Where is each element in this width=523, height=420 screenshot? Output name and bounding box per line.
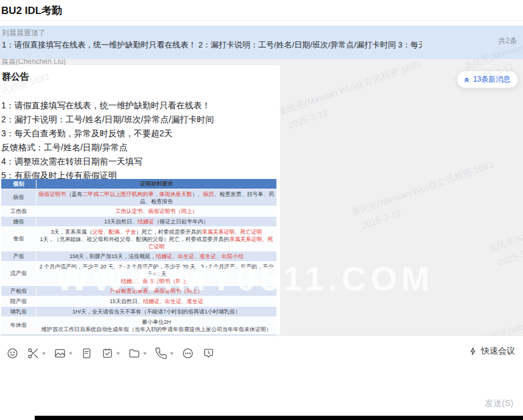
notice-line: 4：调整班次需在转班日期前一天填写 xyxy=(1,155,276,169)
file-button[interactable] xyxy=(80,347,93,360)
message-bubble[interactable]: 群公告 1：请假直接填写在线表，统一维护缺勤时只看在线表！2：漏打卡说明：工号/… xyxy=(0,65,280,335)
leave-table-image[interactable]: 假别证明材料要求病假病假证明书（盖有二甲或二甲以上医疗机构的章，体现休息天数）、… xyxy=(1,179,276,335)
pinned-count: 共2条 xyxy=(498,36,517,46)
file-icon xyxy=(80,347,93,360)
notice-line: 3：每天自查考勤，异常及时反馈，不要超2天 xyxy=(1,127,276,141)
notice-line: 反馈格式：工号/姓名/日期/异常点 xyxy=(1,141,276,155)
leave-table-row: 病假病假证明书（盖有二甲或二甲以上医疗机构的章，体现休息天数）、病历、检查发票、… xyxy=(1,189,276,206)
leave-table-header: 假别证明材料要求 xyxy=(1,179,276,189)
group-notice-body: 1：请假直接填写在线表，统一维护缺勤时只看在线表！2：漏打卡说明：工号/姓名/日… xyxy=(1,99,276,183)
caret-down-icon[interactable] xyxy=(143,352,147,355)
quick-meeting-button[interactable]: 快速会议 xyxy=(468,346,515,357)
titlebar: BU2 IDL考勤 xyxy=(0,0,523,21)
leave-table-row: 产假158天，剖腹产加15天，法假顺延，结婚证、出生证、准生证、出院小结 xyxy=(1,251,276,261)
message-input-area[interactable]: 发送(S) xyxy=(0,365,523,420)
todo-check-icon xyxy=(101,347,114,360)
wecom-chat-window: BU2 IDL考勤 刘晨晨置顶了 1：请假直接填写在线表，统一维护缺勤时只看在线… xyxy=(0,0,523,420)
screenshot-button[interactable] xyxy=(27,347,46,360)
caret-down-icon[interactable] xyxy=(69,352,72,355)
caret-down-icon[interactable] xyxy=(170,352,174,355)
notice-line: 2：漏打卡说明：工号/姓名/日期/班次/异常点/漏打卡时间 xyxy=(1,113,276,127)
caret-down-icon[interactable] xyxy=(42,352,46,355)
image-icon xyxy=(54,347,66,360)
leave-table-row: 流产假2 个月内流产的，不少于 20 天、2 - 3 个月流产的，不少于 30 … xyxy=(1,261,276,285)
call-button[interactable] xyxy=(155,347,174,360)
folder-icon xyxy=(128,347,141,360)
notice-line: 1：请假直接填写在线表，统一维护缺勤时只看在线表！ xyxy=(1,99,276,113)
new-messages-label: 13条新消息 xyxy=(473,74,510,85)
leave-table-row: 工伤假工伤认定书、病假证明书（同上） xyxy=(1,206,276,216)
quick-meeting-label: 快速会议 xyxy=(481,346,515,357)
more-button[interactable] xyxy=(181,347,194,360)
chat-title: BU2 IDL考勤 xyxy=(1,4,62,18)
more-ellipsis-icon xyxy=(181,347,194,360)
pinned-message-preview: 1：请假直接填写在线表，统一维护缺勤时只看在线表！ 2：漏打卡说明：工号/姓名/… xyxy=(2,40,422,51)
chat-history-icon xyxy=(202,347,215,360)
caret-down-icon[interactable] xyxy=(116,352,120,355)
leave-table-row: 年休假最小单位2H维护首次工作日后系统自动生成年假（当年入职的申请年假需提供上家… xyxy=(1,317,276,334)
leave-table-row: 哺乳假1H/天，全天请假当天不享有（不能请7小时别的假再请1小时哺乳假） xyxy=(1,306,276,317)
image-button[interactable] xyxy=(54,347,72,360)
bottom-black-bar xyxy=(35,416,523,420)
composer-toolbar: 快速会议 xyxy=(0,335,523,366)
todo-button[interactable] xyxy=(101,347,120,360)
scissors-icon xyxy=(27,347,40,360)
chat-message-area: 晨晨(Chenchen Liu) 群公告 1：请假直接填写在线表，统一维护缺勤时… xyxy=(0,59,523,335)
group-notice-title: 群公告 xyxy=(2,71,29,83)
emoji-button[interactable] xyxy=(6,347,19,360)
new-messages-button[interactable]: 13条新消息 xyxy=(457,71,518,88)
leave-table-row: 婚假13天自然日、结婚证（领证之日起半年内） xyxy=(1,216,276,226)
pinned-by-label: 刘晨晨置顶了 xyxy=(2,28,46,38)
lightning-icon xyxy=(468,346,478,356)
leave-table-row: 丧假3天，直系亲属（父母、配偶、子女）死亡，村委或居委开具的亲属关系证明、死亡证… xyxy=(1,226,276,251)
leave-table-row: 产检假产前检查记录表、病假证明书（同上） xyxy=(1,285,276,296)
chat-history-button[interactable] xyxy=(202,347,215,360)
chevrons-up-icon xyxy=(463,75,471,83)
folder-button[interactable] xyxy=(128,347,147,360)
emoji-icon xyxy=(6,347,19,360)
phone-icon xyxy=(155,347,167,360)
send-button[interactable]: 发送(S) xyxy=(485,398,513,409)
pinned-message-banner[interactable]: 刘晨晨置顶了 1：请假直接填写在线表，统一维护缺勤时只看在线表！ 2：漏打卡说明… xyxy=(0,26,523,59)
leave-table-row: 陪产假15天自然日、结婚证、出生证、准生证 xyxy=(1,296,276,306)
